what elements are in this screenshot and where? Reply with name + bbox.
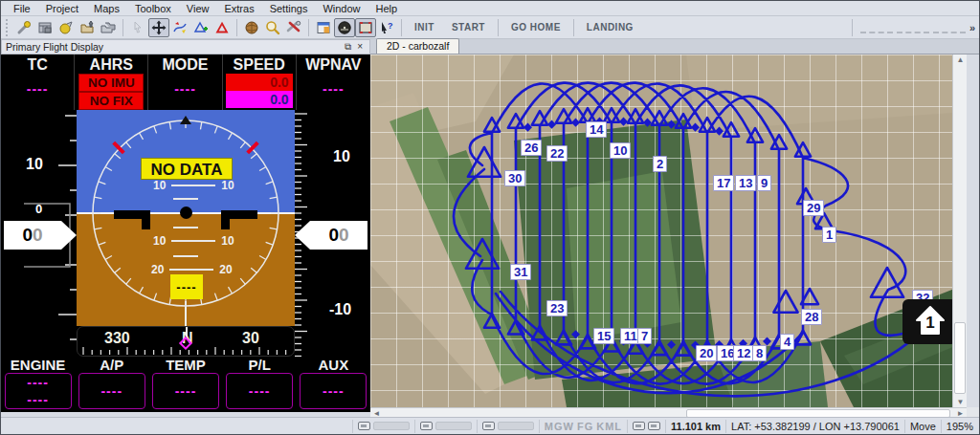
temp-cell: TEMP ---- [148, 357, 222, 412]
move-value: 195% [947, 421, 973, 432]
waypoint-label[interactable]: 7 [637, 328, 652, 344]
close-panel-icon[interactable]: × [354, 42, 366, 52]
globe-icon[interactable] [241, 18, 262, 37]
scroll-up-icon[interactable]: ▲ [954, 54, 967, 65]
zoom-icon[interactable] [262, 18, 283, 37]
move-label: Move [910, 421, 936, 432]
status-move: Move [904, 420, 941, 433]
tab-2d-map[interactable]: 2D - carbozalf [376, 38, 459, 54]
flight-path [370, 54, 967, 407]
waypoint-label[interactable]: 29 [803, 200, 824, 216]
pan-icon[interactable] [148, 18, 169, 37]
waypoint-label[interactable]: 13 [735, 175, 756, 191]
engine-cell: ENGINE ---- ---- [1, 357, 75, 412]
waypoint-label[interactable]: 17 [713, 175, 734, 191]
menu-bar: File Project Maps Toolbox View Extras Se… [1, 1, 979, 16]
waypoint-label[interactable]: 10 [610, 142, 631, 159]
waypoint-label[interactable]: 8 [752, 345, 767, 361]
vertical-scroll-thumb[interactable] [954, 322, 966, 394]
primary-flight-display: TC ---- AHRS NO IMU NO FIX MODE ---- SPE… [1, 54, 370, 412]
pl-label: P/L [248, 357, 270, 373]
waypoint-label[interactable]: 9 [757, 175, 771, 191]
toolbar-overflow-chevron[interactable]: » [969, 22, 975, 33]
ap-box: ---- [78, 373, 145, 409]
waypoint-label[interactable]: 14 [586, 121, 607, 138]
status-device-2 [414, 420, 477, 433]
tc-value: ---- [27, 81, 49, 97]
project-icon[interactable] [34, 18, 56, 37]
menu-project[interactable]: Project [39, 2, 85, 15]
compass-ticks [78, 347, 294, 355]
tools-icon[interactable] [283, 18, 304, 37]
pitch-halfrung [173, 255, 198, 257]
pfd-speed-cell: SPEED 0.0 0.0 [223, 54, 297, 110]
toolbar: ? INIT START GO HOME LANDING » [1, 16, 979, 39]
delete-waypoint-icon[interactable] [212, 18, 233, 37]
cursor-icon[interactable] [127, 18, 148, 37]
toolbar-separator [573, 19, 574, 36]
go-home-button[interactable]: GO HOME [502, 19, 569, 35]
float-panel-icon[interactable]: ⧉ [342, 42, 354, 52]
waypoint-label[interactable]: 26 [521, 140, 542, 156]
telemetry-placeholder [897, 22, 929, 33]
aux-cell: AUX ---- [297, 357, 370, 412]
waypoint-label[interactable]: 4 [780, 334, 794, 350]
export-icon[interactable] [98, 18, 119, 37]
no-imu-warning: NO IMU [78, 74, 144, 92]
toolbar-separator [852, 19, 853, 36]
route-edit-icon[interactable] [169, 18, 190, 37]
init-button[interactable]: INIT [406, 19, 443, 35]
engine-label: ENGINE [11, 357, 66, 373]
pfd-wpnav-cell: WPNAV ---- [297, 54, 370, 110]
pfd-view-icon[interactable] [334, 18, 355, 37]
home-point-icon[interactable]: 1 [902, 299, 957, 344]
menu-view[interactable]: View [180, 2, 216, 15]
waypoint-label[interactable]: 28 [801, 309, 822, 325]
menu-maps[interactable]: Maps [87, 2, 126, 15]
pfd-ahrs-cell: AHRS NO IMU NO FIX [75, 54, 148, 110]
wpnav-label: WPNAV [305, 56, 361, 74]
telemetry-placeholder [933, 22, 966, 33]
landing-button[interactable]: LANDING [578, 19, 642, 35]
wrench-icon[interactable] [13, 18, 34, 37]
menu-settings[interactable]: Settings [263, 2, 315, 15]
wpnav-value: ---- [323, 81, 345, 97]
add-waypoint-icon[interactable] [190, 18, 212, 37]
compass-strip: 330 N 30 [77, 326, 295, 357]
scroll-down-icon[interactable]: ▼ [954, 397, 967, 407]
menu-file[interactable]: File [7, 2, 37, 15]
ahrs-label: AHRS [90, 56, 133, 74]
map-canvas[interactable]: 2622141021713929130312315117201612842832… [370, 54, 967, 407]
status-device-3 [477, 420, 539, 433]
cursor-coordinates: LAT: +53.382199 / LON +13.790061 [731, 421, 900, 432]
waypoint-label[interactable]: 20 [696, 345, 717, 361]
device-slot [498, 422, 534, 430]
waypoint-label[interactable]: 2 [653, 156, 667, 172]
waypoint-label[interactable]: 31 [510, 264, 531, 280]
menu-window[interactable]: Window [316, 2, 367, 15]
start-button[interactable]: START [443, 19, 494, 35]
status-device-1 [352, 420, 414, 433]
waypoint-label[interactable]: 30 [504, 170, 525, 186]
upload-folder-icon[interactable] [77, 18, 98, 37]
open-icon[interactable] [56, 18, 77, 37]
waypoint-label[interactable]: 23 [546, 300, 568, 316]
map-view-icon[interactable] [355, 18, 376, 37]
aircraft-symbol-left [114, 210, 150, 219]
route-distance: 11.101 km [671, 421, 721, 432]
map-vertical-scrollbar[interactable]: ▲ ▼ [952, 54, 967, 407]
menu-extras[interactable]: Extras [217, 2, 260, 15]
waypoint-label[interactable]: 15 [593, 328, 614, 344]
pitch-halfrung [173, 227, 198, 228]
aircraft-symbol-right [221, 210, 257, 219]
attitude-indicator: NO DATA 1010 1010 2020 [77, 110, 295, 326]
waypoint-label[interactable]: 1 [822, 227, 836, 243]
layout-icon[interactable] [313, 18, 334, 37]
menu-toolbox[interactable]: Toolbox [128, 2, 178, 15]
toolbar-grip[interactable] [6, 19, 11, 36]
toolbar-separator [401, 19, 402, 36]
menu-help[interactable]: Help [369, 2, 405, 15]
speed-value-2: 0.0 [226, 91, 293, 108]
waypoint-label[interactable]: 22 [546, 145, 568, 162]
context-help-icon[interactable]: ? [376, 18, 397, 37]
